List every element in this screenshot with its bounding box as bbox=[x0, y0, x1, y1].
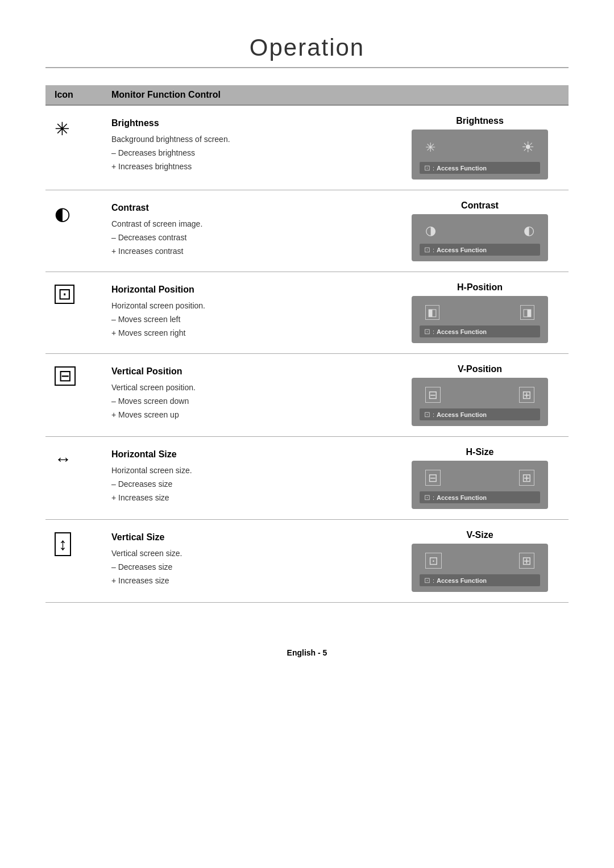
desc-cell-hpos: Horizontal Position Horizontal screen po… bbox=[111, 282, 400, 343]
access-label-contrast: Access Function bbox=[437, 247, 487, 253]
screen-access-vsize: ⊡ : Access Function bbox=[420, 574, 540, 586]
screen-label-brightness: Brightness bbox=[456, 116, 504, 126]
screen-cell-vpos: V-Position ⊟ ⊞ ⊡ : Access Function bbox=[400, 364, 559, 426]
screen-access-contrast: ⊡ : Access Function bbox=[420, 244, 540, 256]
access-label-vsize: Access Function bbox=[437, 577, 487, 584]
screen-box-brightness: ✳ ☀ ⊡ : Access Function bbox=[412, 130, 548, 180]
screen-icon-left-vpos: ⊟ bbox=[425, 387, 441, 403]
screen-label-hsize: H-Size bbox=[466, 447, 494, 457]
screen-icon-right-hpos: ◨ bbox=[520, 305, 534, 320]
func-title-brightness: Brightness bbox=[111, 116, 400, 131]
screen-box-vpos: ⊟ ⊞ ⊡ : Access Function bbox=[412, 378, 548, 426]
screen-access-vpos: ⊡ : Access Function bbox=[420, 408, 540, 420]
screen-icons-hpos: ◧ ◨ bbox=[420, 302, 540, 323]
screen-box-hpos: ◧ ◨ ⊡ : Access Function bbox=[412, 296, 548, 343]
brightness-icon: ✳ bbox=[55, 118, 70, 140]
screen-icon-right-vpos: ⊞ bbox=[519, 387, 534, 403]
screen-icon-left-contrast: ◑ bbox=[425, 223, 436, 238]
access-label-brightness: Access Function bbox=[437, 165, 487, 172]
screen-cell-contrast: Contrast ◑ ◐ ⊡ : Access Function bbox=[400, 201, 559, 261]
screen-access-hsize: ⊡ : Access Function bbox=[420, 491, 540, 503]
contrast-icon: ◐ bbox=[55, 203, 70, 224]
func-title-contrast: Contrast bbox=[111, 201, 400, 215]
screen-box-vsize: ⊡ ⊞ ⊡ : Access Function bbox=[412, 544, 548, 592]
screen-access-icon-vsize: ⊡ bbox=[424, 576, 430, 585]
func-title-hsize: Horizontal Size bbox=[111, 447, 400, 462]
access-label-vpos: Access Function bbox=[437, 411, 487, 418]
func-title-hpos: Horizontal Position bbox=[111, 282, 400, 297]
desc-text-hpos: Horizontal screen position.– Moves scree… bbox=[111, 301, 205, 337]
access-label-hpos: Access Function bbox=[437, 328, 487, 335]
desc-text-contrast: Contrast of screen image.– Decreases con… bbox=[111, 219, 202, 256]
screen-access-icon-vpos: ⊡ bbox=[424, 410, 430, 419]
screen-cell-vsize: V-Size ⊡ ⊞ ⊡ : Access Function bbox=[400, 530, 559, 592]
desc-cell-contrast: Contrast Contrast of screen image.– Decr… bbox=[111, 201, 400, 261]
desc-text-vsize: Vertical screen size.– Decreases size+ I… bbox=[111, 549, 182, 585]
screen-icon-right-brightness: ☀ bbox=[521, 139, 534, 156]
screen-box-contrast: ◑ ◐ ⊡ : Access Function bbox=[412, 214, 548, 261]
screen-access-icon-contrast: ⊡ bbox=[424, 245, 430, 254]
screen-icon-right-hsize: ⊞ bbox=[519, 470, 534, 486]
screen-label-hpos: H-Position bbox=[457, 282, 503, 293]
screen-access-hpos: ⊡ : Access Function bbox=[420, 326, 540, 337]
desc-text-hsize: Horizontal screen size.– Decreases size+… bbox=[111, 466, 192, 502]
desc-cell-hsize: Horizontal Size Horizontal screen size.–… bbox=[111, 447, 400, 509]
table-row: ⊟ Vertical Position Vertical screen posi… bbox=[45, 354, 569, 437]
screen-icons-vsize: ⊡ ⊞ bbox=[420, 549, 540, 572]
screen-icon-right-vsize: ⊞ bbox=[519, 553, 534, 569]
vpos-icon: ⊟ bbox=[55, 366, 76, 386]
screen-label-vsize: V-Size bbox=[466, 530, 493, 540]
screen-access-icon-hsize: ⊡ bbox=[424, 493, 430, 502]
screen-cell-hpos: H-Position ◧ ◨ ⊡ : Access Function bbox=[400, 282, 559, 343]
header-func-col: Monitor Function Control bbox=[111, 90, 559, 100]
screen-icons-brightness: ✳ ☀ bbox=[420, 135, 540, 160]
screen-icon-left-hpos: ◧ bbox=[425, 305, 439, 320]
table-row: ✳ Brightness Background brightness of sc… bbox=[45, 106, 569, 190]
table-row: ↔ Horizontal Size Horizontal screen size… bbox=[45, 437, 569, 520]
desc-cell-brightness: Brightness Background brightness of scre… bbox=[111, 116, 400, 180]
icon-cell-brightness: ✳ bbox=[55, 116, 111, 180]
func-title-vsize: Vertical Size bbox=[111, 530, 400, 545]
screen-icons-hsize: ⊟ ⊞ bbox=[420, 466, 540, 489]
screen-access-icon-hpos: ⊡ bbox=[424, 327, 430, 336]
screen-icon-left-hsize: ⊟ bbox=[425, 470, 441, 486]
table-row: ↕ Vertical Size Vertical screen size.– D… bbox=[45, 520, 569, 603]
table-row: ⊡ Horizontal Position Horizontal screen … bbox=[45, 272, 569, 354]
screen-icons-contrast: ◑ ◐ bbox=[420, 220, 540, 241]
screen-icon-left-brightness: ✳ bbox=[425, 140, 435, 155]
header-icon-col: Icon bbox=[55, 90, 111, 100]
desc-cell-vsize: Vertical Size Vertical screen size.– Dec… bbox=[111, 530, 400, 592]
func-title-vpos: Vertical Position bbox=[111, 364, 400, 379]
vsize-icon: ↕ bbox=[55, 532, 71, 556]
desc-text-brightness: Background brightness of screen.– Decrea… bbox=[111, 135, 230, 171]
screen-label-vpos: V-Position bbox=[458, 364, 502, 374]
footer: English - 5 bbox=[45, 648, 569, 657]
icon-cell-contrast: ◐ bbox=[55, 201, 111, 261]
table-header: Icon Monitor Function Control bbox=[45, 85, 569, 106]
icon-cell-vpos: ⊟ bbox=[55, 364, 111, 426]
screen-icon-left-vsize: ⊡ bbox=[425, 553, 442, 569]
desc-cell-vpos: Vertical Position Vertical screen positi… bbox=[111, 364, 400, 426]
screen-access-brightness: ⊡ : Access Function bbox=[420, 162, 540, 174]
screen-icons-vpos: ⊟ ⊞ bbox=[420, 383, 540, 406]
screen-cell-hsize: H-Size ⊟ ⊞ ⊡ : Access Function bbox=[400, 447, 559, 509]
screen-access-icon-brightness: ⊡ bbox=[424, 164, 430, 172]
hsize-icon: ↔ bbox=[55, 449, 72, 469]
page-title: Operation bbox=[45, 34, 569, 68]
screen-cell-brightness: Brightness ✳ ☀ ⊡ : Access Function bbox=[400, 116, 559, 180]
desc-text-vpos: Vertical screen position.– Moves screen … bbox=[111, 383, 196, 419]
main-table: Icon Monitor Function Control ✳ Brightne… bbox=[45, 85, 569, 603]
screen-box-hsize: ⊟ ⊞ ⊡ : Access Function bbox=[412, 461, 548, 509]
table-row: ◐ Contrast Contrast of screen image.– De… bbox=[45, 190, 569, 272]
screen-label-contrast: Contrast bbox=[461, 201, 499, 211]
icon-cell-vsize: ↕ bbox=[55, 530, 111, 592]
icon-cell-hsize: ↔ bbox=[55, 447, 111, 509]
screen-icon-right-contrast: ◐ bbox=[524, 223, 534, 238]
access-label-hsize: Access Function bbox=[437, 494, 487, 501]
hpos-icon: ⊡ bbox=[55, 285, 74, 304]
icon-cell-hpos: ⊡ bbox=[55, 282, 111, 343]
